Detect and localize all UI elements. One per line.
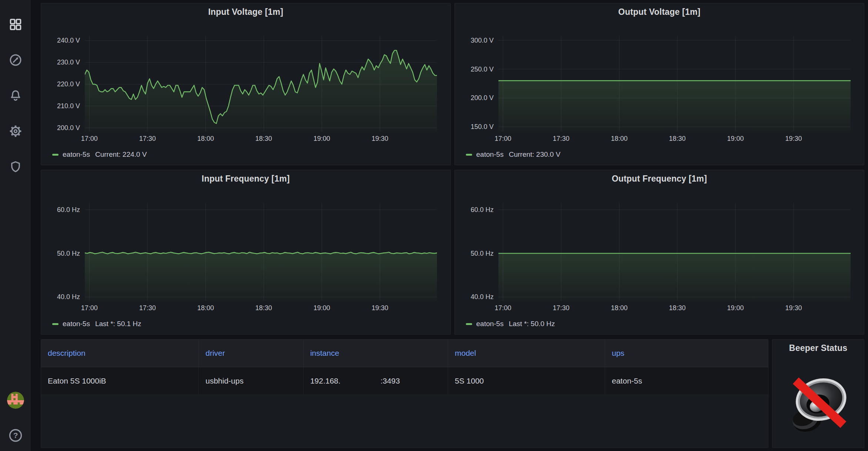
muted-speaker-icon: [784, 367, 853, 437]
x-tick-label: 18:00: [197, 135, 214, 143]
column-header-description[interactable]: description: [41, 339, 199, 367]
panel-beeper-status: Beeper Status: [772, 339, 864, 448]
legend-stat-value: Last *: 50.0 Hz: [509, 320, 555, 328]
x-tick-label: 18:30: [669, 304, 686, 312]
chart-area: 60.0 Hz50.0 Hz40.0 Hz 17:0017:3018:0018:…: [41, 203, 450, 314]
dashboard-canvas: Input Voltage [1m] 240.0 V230.0 V220.0 V…: [31, 0, 868, 451]
x-tick-label: 19:00: [727, 304, 744, 312]
x-tick-label: 17:30: [553, 135, 570, 143]
legend-swatch[interactable]: [466, 323, 472, 325]
legend-series-name[interactable]: eaton-5s: [476, 150, 504, 159]
legend-series-name[interactable]: eaton-5s: [476, 320, 504, 328]
legend: eaton-5s Current: 224.0 V: [41, 144, 450, 165]
panel-input-voltage: Input Voltage [1m] 240.0 V230.0 V220.0 V…: [41, 3, 451, 165]
x-axis-labels: 17:0017:3018:0018:3019:0019:30: [85, 301, 437, 314]
shield-icon[interactable]: [9, 160, 22, 173]
x-tick-label: 17:00: [495, 304, 511, 312]
legend: eaton-5s Current: 230.0 V: [455, 144, 864, 165]
apps-grid-icon[interactable]: [9, 18, 22, 31]
x-tick-label: 19:00: [727, 135, 744, 143]
legend: eaton-5s Last *: 50.0 Hz: [455, 314, 864, 334]
gear-icon[interactable]: [9, 125, 22, 138]
panel-ups-info-table: description driver instance model ups Ea…: [41, 339, 768, 448]
y-tick-label: 40.0 Hz: [471, 293, 494, 301]
y-axis-labels: 60.0 Hz50.0 Hz40.0 Hz: [455, 203, 498, 314]
compass-icon[interactable]: [9, 53, 22, 67]
x-tick-label: 19:30: [785, 304, 802, 312]
y-tick-label: 150.0 V: [471, 123, 494, 131]
y-tick-label: 220.0 V: [57, 80, 80, 88]
legend-swatch[interactable]: [466, 154, 472, 156]
column-header-ups[interactable]: ups: [605, 339, 768, 367]
panel-title[interactable]: Input Frequency [1m]: [41, 170, 450, 187]
column-header-driver[interactable]: driver: [199, 339, 304, 367]
column-header-model[interactable]: model: [448, 339, 605, 367]
x-tick-label: 17:30: [139, 135, 156, 143]
y-tick-label: 300.0 V: [471, 36, 494, 44]
y-tick-label: 60.0 Hz: [471, 206, 494, 213]
x-tick-label: 18:30: [256, 135, 272, 143]
x-tick-label: 17:00: [495, 135, 511, 143]
x-axis-labels: 17:0017:3018:0018:3019:0019:30: [85, 132, 437, 144]
cell-driver: usbhid-ups: [199, 367, 304, 395]
y-tick-label: 50.0 Hz: [471, 249, 494, 257]
beeper-body: [772, 357, 864, 448]
svg-text:?: ?: [13, 431, 18, 440]
panel-title[interactable]: Beeper Status: [772, 339, 864, 357]
panel-title[interactable]: Input Voltage [1m]: [41, 3, 450, 20]
x-axis-labels: 17:0017:3018:0018:3019:0019:30: [498, 132, 851, 144]
cell-ups: eaton-5s: [605, 367, 768, 395]
grafana-dashboard: ? Input Voltage [1m] 240.0 V230.0 V220.0…: [0, 0, 868, 451]
question-circle-icon[interactable]: ?: [8, 428, 23, 443]
legend-swatch[interactable]: [52, 154, 59, 156]
table-row: Eaton 5S 1000iB usbhid-ups 192.168. :349…: [41, 367, 768, 395]
cell-model: 5S 1000: [448, 367, 605, 395]
x-tick-label: 18:00: [197, 304, 214, 312]
legend-series-name[interactable]: eaton-5s: [63, 320, 90, 328]
x-tick-label: 17:30: [553, 304, 570, 312]
legend-swatch[interactable]: [52, 323, 59, 325]
plot-area[interactable]: [85, 36, 437, 132]
x-tick-label: 18:30: [256, 304, 272, 312]
column-header-instance[interactable]: instance: [304, 339, 448, 367]
legend-stat-value: Current: 224.0 V: [95, 150, 147, 159]
x-tick-label: 19:30: [785, 135, 802, 143]
y-axis-labels: 60.0 Hz50.0 Hz40.0 Hz: [41, 203, 85, 314]
y-tick-label: 40.0 Hz: [57, 293, 80, 301]
chart-area: 240.0 V230.0 V220.0 V210.0 V200.0 V 17:0…: [41, 36, 450, 144]
table-header-row: description driver instance model ups: [41, 339, 768, 367]
panel-output-voltage: Output Voltage [1m] 300.0 V250.0 V200.0 …: [454, 3, 864, 165]
plot-area[interactable]: [85, 203, 437, 301]
x-tick-label: 17:30: [139, 304, 156, 312]
panel-title[interactable]: Output Voltage [1m]: [455, 3, 864, 20]
x-tick-label: 19:00: [313, 135, 330, 143]
panel-title[interactable]: Output Frequency [1m]: [455, 170, 864, 187]
bell-icon[interactable]: [9, 89, 22, 102]
panel-input-frequency: Input Frequency [1m] 60.0 Hz50.0 Hz40.0 …: [41, 170, 451, 335]
instance-port-suffix: :3493: [380, 377, 400, 385]
legend-stat-value: Current: 230.0 V: [509, 150, 560, 159]
x-tick-label: 18:00: [611, 135, 628, 143]
y-tick-label: 240.0 V: [57, 37, 80, 44]
y-tick-label: 230.0 V: [57, 59, 80, 66]
y-axis-labels: 240.0 V230.0 V220.0 V210.0 V200.0 V: [41, 36, 85, 144]
y-tick-label: 50.0 Hz: [57, 249, 80, 257]
legend-stat-value: Last *: 50.1 Hz: [95, 320, 141, 328]
x-tick-label: 18:00: [611, 304, 628, 312]
user-avatar[interactable]: [7, 392, 24, 409]
sidebar: ?: [0, 0, 31, 451]
instance-ip-prefix: 192.168.: [310, 377, 341, 385]
x-axis-labels: 17:0017:3018:0018:3019:0019:30: [498, 301, 851, 314]
plot-area[interactable]: [498, 203, 851, 301]
x-tick-label: 17:00: [81, 135, 98, 143]
legend: eaton-5s Last *: 50.1 Hz: [41, 314, 450, 334]
cell-description: Eaton 5S 1000iB: [41, 367, 199, 395]
x-tick-label: 17:00: [81, 304, 98, 312]
y-axis-labels: 300.0 V250.0 V200.0 V150.0 V: [455, 36, 498, 144]
legend-series-name[interactable]: eaton-5s: [63, 150, 90, 159]
panel-output-frequency: Output Frequency [1m] 60.0 Hz50.0 Hz40.0…: [454, 170, 864, 335]
chart-area: 300.0 V250.0 V200.0 V150.0 V 17:0017:301…: [455, 36, 864, 144]
x-tick-label: 19:00: [313, 304, 330, 312]
plot-area[interactable]: [498, 36, 851, 132]
x-tick-label: 19:30: [371, 304, 388, 312]
